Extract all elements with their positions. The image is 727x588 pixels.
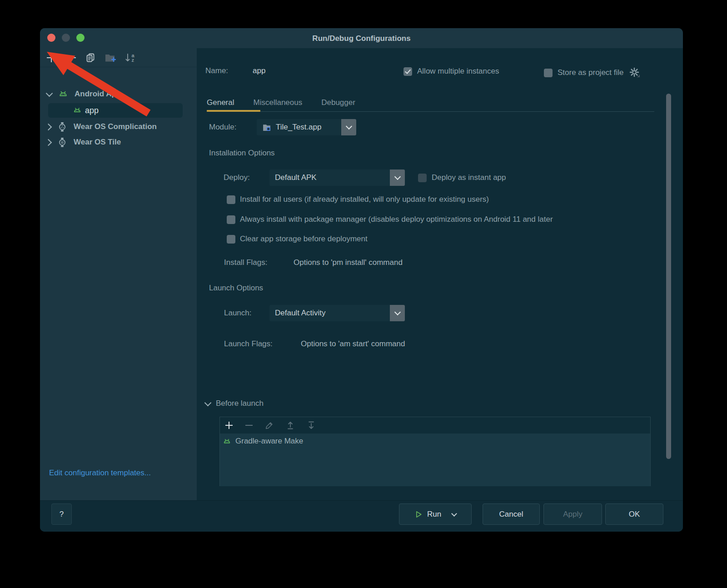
install-flags-field[interactable]: Options to 'pm install' command xyxy=(294,258,403,267)
name-value-field[interactable]: app xyxy=(253,66,265,75)
clear-app-storage-checkbox[interactable] xyxy=(227,235,235,244)
active-tab-underline xyxy=(207,110,260,112)
module-value: Tile_Test.app xyxy=(276,123,321,132)
always-install-package-manager-option: Always install with package manager (dis… xyxy=(227,215,658,224)
launch-dropdown-button[interactable] xyxy=(390,305,405,321)
plus-icon xyxy=(47,53,56,62)
deploy-value: Default APK xyxy=(275,173,317,182)
tab-miscellaneous[interactable]: Miscellaneous xyxy=(253,98,302,107)
before-launch-move-up-button[interactable] xyxy=(285,420,295,430)
module-select[interactable]: Tile_Test.app xyxy=(257,119,356,135)
sort-configurations-button[interactable]: a z xyxy=(124,52,135,64)
tab-bar: General Miscellaneous Debugger xyxy=(207,94,355,112)
launch-label: Launch: xyxy=(224,309,252,318)
run-button-label: Run xyxy=(427,510,441,519)
tree-item-app-selected[interactable]: app xyxy=(48,103,183,118)
help-button[interactable]: ? xyxy=(51,503,72,525)
tree-group-wear-os-complication[interactable]: Wear OS Complication xyxy=(47,121,157,132)
store-as-project-file-checkbox[interactable] xyxy=(544,69,553,77)
installation-options-title: Installation Options xyxy=(209,149,275,158)
watch-icon xyxy=(57,137,67,148)
before-launch-add-button[interactable] xyxy=(224,421,234,430)
tree-item-label: Android App xyxy=(75,90,121,99)
vertical-scrollbar-thumb[interactable] xyxy=(666,94,671,459)
minus-icon xyxy=(245,422,253,429)
ok-button[interactable]: OK xyxy=(605,503,663,525)
tree-item-label: Wear OS Tile xyxy=(74,138,121,147)
add-configuration-button[interactable] xyxy=(45,52,57,64)
copy-icon xyxy=(85,52,96,63)
before-launch-title: Before launch xyxy=(216,399,264,408)
play-icon xyxy=(414,510,423,518)
minus-icon xyxy=(66,53,76,62)
sort-az-icon: a z xyxy=(124,53,134,63)
always-install-package-manager-label: Always install with package manager (dis… xyxy=(240,215,553,224)
before-launch-header[interactable]: Before launch xyxy=(205,399,264,408)
chevron-right-icon xyxy=(45,123,52,130)
module-folder-icon xyxy=(262,123,271,132)
store-as-project-file-label: Store as project file xyxy=(558,68,624,77)
deploy-as-instant-app-label: Deploy as instant app xyxy=(432,173,506,182)
plus-icon xyxy=(225,422,233,429)
module-dropdown-button[interactable] xyxy=(341,119,356,135)
screen: Run/Debug Configurations xyxy=(0,0,727,588)
arrow-up-from-line-icon xyxy=(286,421,294,430)
titlebar: Run/Debug Configurations xyxy=(40,28,683,48)
apply-button[interactable]: Apply xyxy=(543,503,602,525)
before-launch-task-row[interactable]: Gradle-aware Make xyxy=(220,434,650,446)
before-launch-toolbar xyxy=(220,417,650,434)
tree-item-label: app xyxy=(85,106,99,115)
configuration-editor: Name: app Allow multiple instances Store… xyxy=(197,48,683,501)
module-label: Module: xyxy=(209,123,236,132)
chevron-down-icon xyxy=(394,174,400,180)
store-as-project-file-option: Store as project file xyxy=(544,67,641,79)
gear-icon[interactable] xyxy=(629,67,641,79)
tree-group-android-app[interactable]: Android App xyxy=(47,89,121,99)
clear-app-storage-label: Clear app storage before deployment xyxy=(240,234,368,244)
run-button[interactable]: Run xyxy=(399,503,472,525)
remove-configuration-button[interactable] xyxy=(65,52,77,64)
deploy-dropdown-button[interactable] xyxy=(390,169,405,186)
deploy-as-instant-app-checkbox[interactable] xyxy=(418,174,427,182)
launch-flags-label: Launch Flags: xyxy=(224,339,273,349)
allow-multiple-instances-checkbox[interactable] xyxy=(403,67,412,76)
cancel-button[interactable]: Cancel xyxy=(483,503,540,525)
deploy-label: Deploy: xyxy=(224,173,250,182)
edit-configuration-templates-link[interactable]: Edit configuration templates... xyxy=(49,468,151,478)
before-launch-move-down-button[interactable] xyxy=(306,420,316,430)
launch-value: Default Activity xyxy=(275,309,326,318)
chevron-down-icon[interactable] xyxy=(451,511,457,517)
dialog-footer: ? Run Cancel Apply OK xyxy=(40,500,683,532)
always-install-package-manager-checkbox[interactable] xyxy=(227,215,235,224)
pencil-icon xyxy=(265,421,274,430)
before-launch-task-label: Gradle-aware Make xyxy=(235,437,303,446)
chevron-down-icon xyxy=(394,309,400,315)
arrow-down-to-line-icon xyxy=(307,421,315,430)
tab-general[interactable]: General xyxy=(207,98,234,107)
install-for-all-users-checkbox[interactable] xyxy=(227,195,235,204)
name-label: Name: xyxy=(205,66,228,75)
allow-multiple-instances-option: Allow multiple instances xyxy=(403,67,499,76)
android-icon xyxy=(223,437,231,446)
copy-configuration-button[interactable] xyxy=(85,52,96,64)
launch-options-title: Launch Options xyxy=(209,284,263,293)
run-debug-configurations-dialog: Run/Debug Configurations xyxy=(40,28,683,532)
before-launch-edit-button[interactable] xyxy=(264,420,274,430)
tab-debugger[interactable]: Debugger xyxy=(321,98,355,107)
launch-select[interactable]: Default Activity xyxy=(269,305,405,321)
new-folder-icon xyxy=(104,52,116,64)
tree-group-wear-os-tile[interactable]: Wear OS Tile xyxy=(47,137,121,148)
install-flags-label: Install Flags: xyxy=(224,258,267,267)
chevron-right-icon xyxy=(45,139,52,146)
tab-divider xyxy=(207,111,654,112)
new-folder-button[interactable] xyxy=(104,52,116,64)
before-launch-remove-button[interactable] xyxy=(244,421,254,430)
install-for-all-users-option: Install for all users (if already instal… xyxy=(227,195,658,204)
deploy-select[interactable]: Default APK xyxy=(269,169,405,186)
android-icon xyxy=(73,106,82,115)
chevron-down-icon xyxy=(46,90,53,97)
install-for-all-users-label: Install for all users (if already instal… xyxy=(240,195,489,204)
tree-item-label: Wear OS Complication xyxy=(74,122,157,131)
launch-flags-field[interactable]: Options to 'am start' command xyxy=(301,339,405,349)
instant-app-option: Deploy as instant app xyxy=(418,173,506,182)
